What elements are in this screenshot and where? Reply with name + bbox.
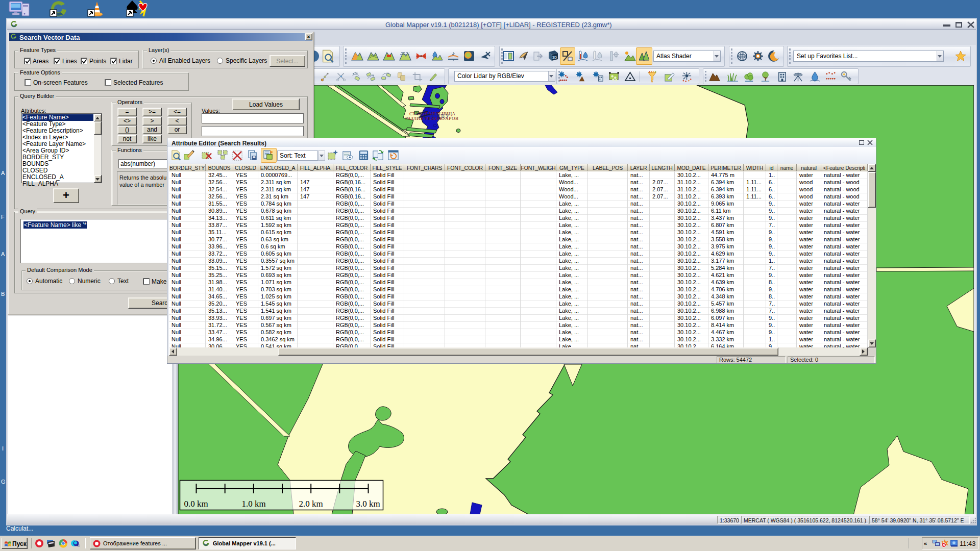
svg-text:1.0 km: 1.0 km xyxy=(241,499,265,509)
svg-text:3D: 3D xyxy=(552,56,557,59)
svg-text:E: E xyxy=(77,543,80,547)
svg-text:3.0 km: 3.0 km xyxy=(356,499,380,509)
svg-text:2.0 km: 2.0 km xyxy=(299,499,323,509)
svg-text:0.0 km: 0.0 km xyxy=(184,499,208,509)
svg-text:РАЗЛИВ РЕЗЕРВУАРОВ: РАЗЛИВ РЕЗЕРВУАРОВ xyxy=(405,116,458,121)
